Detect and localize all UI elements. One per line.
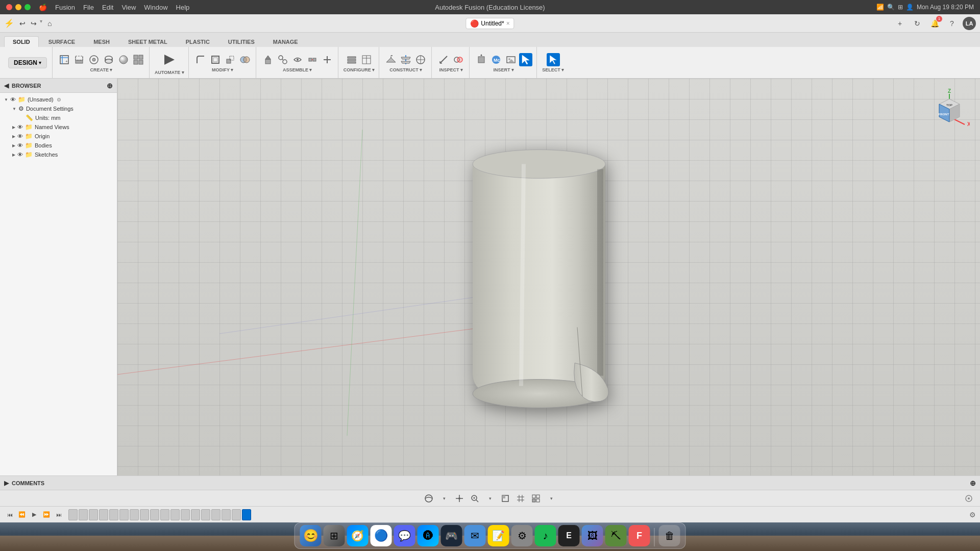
refresh-button[interactable]: ↻ bbox=[911, 17, 924, 30]
maximize-button[interactable] bbox=[24, 4, 31, 10]
menu-edit[interactable]: Edit bbox=[98, 4, 117, 11]
joint-icon[interactable] bbox=[276, 53, 289, 66]
contact-set-icon[interactable] bbox=[306, 53, 319, 66]
timeline-step-2[interactable] bbox=[89, 509, 98, 520]
midplane-icon[interactable] bbox=[399, 53, 412, 66]
view-options-icon[interactable] bbox=[530, 492, 542, 505]
construct-more-icon[interactable] bbox=[414, 53, 427, 66]
dock-sysprefs[interactable]: ⚙ bbox=[511, 525, 533, 546]
dock-chrome[interactable]: 🔵 bbox=[371, 525, 392, 546]
revolve-icon[interactable] bbox=[87, 53, 101, 66]
tab-manage[interactable]: MANAGE bbox=[264, 36, 307, 47]
select-label[interactable]: SELECT ▾ bbox=[542, 67, 564, 72]
extrude-icon[interactable] bbox=[72, 53, 86, 66]
insert-label[interactable]: INSERT ▾ bbox=[493, 67, 514, 72]
timeline-step-0[interactable] bbox=[68, 509, 78, 520]
controlcenter-icon[interactable]: ⊞ bbox=[898, 4, 903, 11]
timeline-step-10[interactable] bbox=[170, 509, 180, 520]
browser-settings-icon[interactable]: ⊕ bbox=[107, 82, 113, 90]
browser-item-units[interactable]: 📏 Units: mm bbox=[0, 113, 117, 122]
timeline-prev-button[interactable]: ⏪ bbox=[16, 509, 28, 520]
timeline-step-16[interactable] bbox=[232, 509, 241, 520]
table-icon[interactable] bbox=[360, 53, 373, 66]
dock-minecraft[interactable]: ⛏ bbox=[605, 525, 627, 546]
enable-contact-icon[interactable] bbox=[321, 53, 334, 66]
fillet-icon[interactable] bbox=[194, 53, 207, 66]
dock-spotify[interactable]: ♪ bbox=[535, 525, 556, 546]
redo-button[interactable]: ↪ bbox=[29, 18, 39, 29]
menu-file[interactable]: File bbox=[79, 4, 98, 11]
timeline-step-3[interactable] bbox=[99, 509, 108, 520]
timeline-step-12[interactable] bbox=[191, 509, 200, 520]
dock-steam[interactable]: 🎮 bbox=[441, 525, 462, 546]
undo-dropdown[interactable]: ▾ bbox=[40, 18, 42, 29]
zoom-dropdown[interactable]: ▾ bbox=[484, 492, 496, 505]
measure-icon[interactable] bbox=[437, 53, 450, 66]
timeline-step-15[interactable] bbox=[222, 509, 231, 520]
comments-expand-icon[interactable]: ▶ bbox=[4, 480, 9, 487]
construct-label[interactable]: CONSTRUCT ▾ bbox=[389, 67, 422, 72]
timeline-step-9[interactable] bbox=[160, 509, 169, 520]
document-close-button[interactable]: × bbox=[506, 20, 510, 27]
eye-icon-root[interactable]: 👁 bbox=[10, 96, 16, 103]
eye-icon-sketches[interactable]: 👁 bbox=[17, 152, 23, 158]
scale-icon[interactable] bbox=[224, 53, 237, 66]
inspect-label[interactable]: INSPECT ▾ bbox=[439, 67, 463, 72]
menu-apple[interactable]: 🍎 bbox=[35, 4, 51, 11]
zoom-icon[interactable] bbox=[469, 492, 481, 505]
sidebar-collapse-icon[interactable]: ◀ bbox=[4, 82, 9, 89]
dock-safari[interactable]: 🧭 bbox=[347, 525, 369, 546]
dock-trash[interactable]: 🗑 bbox=[659, 525, 680, 546]
timeline-step-17[interactable] bbox=[242, 509, 251, 520]
tab-plastic[interactable]: PLASTIC bbox=[177, 36, 218, 47]
timeline-next-button[interactable]: ⏩ bbox=[41, 509, 52, 520]
dock-finder[interactable]: 😊 bbox=[300, 525, 322, 546]
insert-derive-icon[interactable] bbox=[475, 53, 488, 66]
browser-item-sketches[interactable]: ▶ 👁 📁 Sketches bbox=[0, 150, 117, 159]
pan-icon[interactable] bbox=[453, 492, 465, 505]
offset-plane-icon[interactable] bbox=[384, 53, 398, 66]
minimize-button[interactable] bbox=[15, 4, 21, 10]
insert-image-icon[interactable] bbox=[504, 53, 518, 66]
parameters-icon[interactable] bbox=[345, 53, 358, 66]
display-mode-icon[interactable] bbox=[499, 492, 511, 505]
browser-item-named-views[interactable]: ▶ 👁 📁 Named Views bbox=[0, 122, 117, 132]
timeline-end-button[interactable]: ⏭ bbox=[53, 509, 64, 520]
create-sketch-icon[interactable]: + bbox=[58, 53, 71, 66]
close-button[interactable] bbox=[6, 4, 12, 10]
timeline-step-14[interactable] bbox=[211, 509, 220, 520]
modify-label[interactable]: MODIFY ▾ bbox=[212, 67, 233, 72]
orientation-cube[interactable]: TOP FRONT X Z bbox=[929, 89, 970, 130]
new-component-icon[interactable] bbox=[261, 53, 275, 66]
timeline-step-11[interactable] bbox=[181, 509, 190, 520]
interference-icon[interactable] bbox=[452, 53, 465, 66]
dock-epic[interactable]: E bbox=[558, 525, 580, 546]
undo-button[interactable]: ↩ bbox=[17, 18, 28, 29]
orbit-dropdown[interactable]: ▾ bbox=[438, 492, 450, 505]
dock-discord[interactable]: 💬 bbox=[394, 525, 415, 546]
automate-icon[interactable] bbox=[160, 51, 179, 69]
timeline-settings-icon[interactable]: ⚙ bbox=[969, 511, 976, 519]
orbit-icon[interactable] bbox=[423, 492, 435, 505]
user-avatar[interactable]: LA bbox=[963, 17, 976, 30]
configure-label[interactable]: CONFIGURE ▾ bbox=[344, 67, 375, 72]
timeline-step-6[interactable] bbox=[130, 509, 139, 520]
assemble-label[interactable]: ASSEMBLE ▾ bbox=[283, 67, 312, 72]
combine-icon[interactable] bbox=[238, 53, 252, 66]
eye-icon-origin[interactable]: 👁 bbox=[17, 133, 23, 139]
tab-sheet-metal[interactable]: SHEET METAL bbox=[119, 36, 176, 47]
shell-icon[interactable] bbox=[209, 53, 222, 66]
menu-window[interactable]: Window bbox=[140, 4, 172, 11]
tab-utilities[interactable]: UTILITIES bbox=[219, 36, 263, 47]
notification-button[interactable]: 🔔 1 bbox=[928, 17, 941, 30]
settings-icon-root[interactable]: ⚙ bbox=[57, 97, 61, 103]
viewport[interactable]: TOP FRONT X Z bbox=[117, 79, 980, 475]
help-button[interactable]: ? bbox=[945, 17, 959, 30]
timeline-step-1[interactable] bbox=[79, 509, 88, 520]
dock-notes[interactable]: 📝 bbox=[488, 525, 509, 546]
select-tool-icon[interactable] bbox=[519, 53, 532, 66]
timeline-step-8[interactable] bbox=[150, 509, 159, 520]
tab-surface[interactable]: SURFACE bbox=[40, 36, 84, 47]
comments-settings-icon[interactable]: ⊕ bbox=[970, 479, 976, 487]
dock-mail[interactable]: ✉ bbox=[464, 525, 486, 546]
